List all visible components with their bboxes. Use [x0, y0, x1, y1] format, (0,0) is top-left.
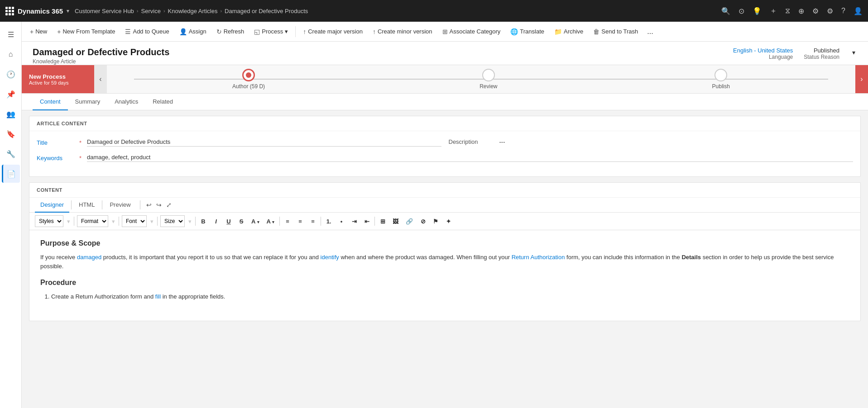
brand-logo[interactable]: Dynamics 365 ▾	[5, 7, 69, 15]
refresh-button[interactable]: ↻ Refresh	[212, 25, 249, 38]
damaged-link[interactable]: damaged	[77, 254, 101, 261]
hamburger-icon[interactable]: ☰	[2, 25, 20, 43]
size-select[interactable]: Size	[160, 215, 185, 227]
process-forward-button[interactable]: ›	[855, 65, 868, 93]
styles-select[interactable]: Styles	[35, 215, 63, 227]
indent-button[interactable]: ⇥	[349, 217, 359, 226]
format-select[interactable]: Format	[77, 215, 108, 227]
brand-name: Dynamics 365	[18, 7, 63, 15]
archive-button[interactable]: 📁 Archive	[550, 25, 588, 38]
outdent-button[interactable]: ⇤	[362, 217, 372, 226]
add-icon[interactable]: ＋	[770, 6, 777, 16]
step-circle-author[interactable]	[242, 69, 255, 81]
filter-icon[interactable]: ⧖	[785, 7, 790, 15]
toolbar-sep5	[279, 217, 280, 226]
brand-chevron-icon[interactable]: ▾	[67, 8, 69, 14]
return-auth-link[interactable]: Return Authorization	[512, 254, 565, 261]
italic-button[interactable]: I	[211, 217, 221, 226]
associate-category-button[interactable]: ⊞ Associate Category	[438, 25, 505, 38]
align-left-button[interactable]: ≡	[283, 217, 293, 226]
add-to-queue-button[interactable]: ☰ Add to Queue	[120, 25, 173, 38]
breadcrumb-knowledge[interactable]: Knowledge Articles	[168, 8, 218, 14]
tab-summary[interactable]: Summary	[68, 94, 108, 110]
new-from-template-button[interactable]: + New From Template	[53, 25, 120, 38]
step-circle-review[interactable]	[482, 69, 495, 81]
user-icon[interactable]: 👤	[854, 7, 863, 15]
align-right-button[interactable]: ≡	[308, 217, 318, 226]
bold-button[interactable]: B	[198, 217, 208, 226]
fill-link[interactable]: fill	[155, 293, 161, 300]
unordered-list-button[interactable]: •	[336, 217, 346, 226]
process-icon: ◱	[254, 28, 260, 35]
documents-icon[interactable]: 📄	[2, 165, 20, 183]
minor-version-icon: ↑	[373, 28, 376, 35]
table-button[interactable]: ⊞	[378, 217, 388, 226]
link-button[interactable]: 🔗	[403, 217, 415, 226]
description-value[interactable]: ---	[499, 138, 505, 145]
title-label: Title	[37, 139, 73, 146]
bg-color-button[interactable]: A ▾	[264, 217, 277, 226]
create-minor-version-button[interactable]: ↑ Create minor version	[368, 25, 437, 38]
title-field-group: Title * Damaged or Defective Products	[37, 138, 441, 147]
process-button[interactable]: ◱ Process ▾	[249, 25, 293, 38]
assign-button[interactable]: 👤 Assign	[175, 25, 211, 38]
undo-button[interactable]: ↩	[144, 200, 154, 210]
new-button[interactable]: + New	[25, 25, 52, 38]
tab-analytics[interactable]: Analytics	[107, 94, 145, 110]
language-field: English - United States Language	[733, 47, 793, 60]
align-center-button[interactable]: ≡	[295, 217, 305, 226]
search-icon[interactable]: 🔍	[721, 7, 730, 15]
tab-content[interactable]: Content	[33, 94, 68, 110]
ordered-list-button[interactable]: 1.	[324, 217, 334, 226]
status-reason-field: Published Status Reason	[804, 47, 839, 60]
keywords-value[interactable]: damage, defect, product	[87, 154, 853, 162]
page-header-right: English - United States Language Publish…	[733, 47, 857, 60]
underline-button[interactable]: U	[224, 217, 234, 226]
process-step-publish: Publish	[712, 69, 730, 90]
tab-related[interactable]: Related	[145, 94, 180, 110]
editor-content[interactable]: Purpose & Scope If you receive damaged p…	[29, 230, 860, 321]
editor-tab-designer[interactable]: Designer	[35, 198, 69, 213]
identify-link[interactable]: identify	[321, 254, 339, 261]
redo-button[interactable]: ↪	[154, 200, 164, 210]
font-color-button[interactable]: A ▾	[249, 217, 262, 226]
editor-tab-html[interactable]: HTML	[73, 198, 100, 213]
status-chevron-button[interactable]: ▾	[850, 47, 857, 58]
settings-icon[interactable]: ⚙	[812, 7, 819, 15]
process-back-button[interactable]: ‹	[94, 65, 107, 93]
translate-icon: 🌐	[510, 28, 518, 35]
editor-tab-preview[interactable]: Preview	[104, 198, 136, 213]
contacts-icon[interactable]: ⊙	[739, 7, 744, 15]
tab-separator2	[102, 200, 102, 209]
plus-circle-icon[interactable]: ⊕	[798, 7, 804, 15]
create-major-version-button[interactable]: ↑ Create major version	[298, 25, 367, 38]
gear-icon[interactable]: ⚙	[827, 7, 833, 15]
cmd-separator-1	[295, 26, 296, 37]
more-commands-button[interactable]: ...	[643, 25, 657, 38]
image-button[interactable]: 🖼	[390, 217, 401, 226]
title-value[interactable]: Damaged or Defective Products	[87, 138, 441, 147]
bookmarks-icon[interactable]: 🔖	[2, 125, 20, 143]
unlink-button[interactable]: ⊘	[418, 217, 428, 226]
breadcrumb-service[interactable]: Service	[141, 8, 161, 14]
expand-button[interactable]: ⤢	[164, 200, 174, 210]
format-toolbar: Styles ▾ Format ▾ Font ▾	[29, 213, 860, 230]
people-icon[interactable]: 👥	[2, 105, 20, 123]
translate-button[interactable]: 🌐 Translate	[506, 25, 549, 38]
home-icon[interactable]: ⌂	[2, 45, 20, 63]
step-circle-publish[interactable]	[715, 69, 727, 81]
language-value[interactable]: English - United States	[733, 47, 793, 54]
help-icon[interactable]: ?	[841, 7, 845, 15]
font-select[interactable]: Font	[122, 215, 147, 227]
lightbulb-icon[interactable]: 💡	[753, 7, 762, 15]
pinned-icon[interactable]: 📌	[2, 85, 20, 103]
flag-button[interactable]: ⚑	[431, 217, 441, 226]
keywords-label: Keywords	[37, 155, 73, 161]
send-to-trash-button[interactable]: 🗑 Send to Trash	[589, 25, 643, 38]
page-subtitle: Knowledge Article	[33, 58, 169, 65]
tools-icon[interactable]: 🔧	[2, 145, 20, 163]
strikethrough-button[interactable]: S	[236, 217, 246, 226]
styles-arrow: ▾	[67, 218, 70, 225]
special-char-button[interactable]: ✦	[443, 217, 453, 226]
recent-icon[interactable]: 🕐	[2, 65, 20, 83]
